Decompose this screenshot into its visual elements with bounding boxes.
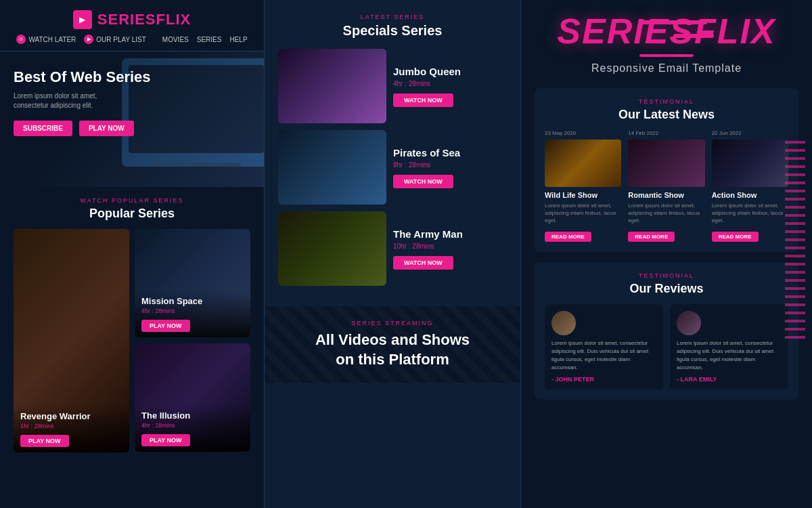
series-title-revenge: Revenge Warrior [20, 411, 122, 421]
john-reviewer-name: - JOHN PETER [551, 376, 656, 383]
card-overlay: Revenge Warrior 1hr : 28mins PLAY NOW [14, 406, 129, 452]
right-subtitle: Responsive Email Template [535, 62, 798, 75]
watch-army-man-button[interactable]: WATCH NOW [393, 256, 453, 270]
pirates-of-sea-thumbnail [278, 130, 386, 205]
main-layout: ▶ SERIESFLIX ⊙ WATCH LATER ▶ OUR PLAY LI… [0, 0, 812, 508]
romantic-desc: Lorem ipsum dolor sit amet, adipiscing e… [628, 202, 704, 225]
hero-section: Best Of Web Series Lorem ipsum dolor sit… [0, 51, 264, 187]
popular-label: WATCH POPULAR SERIES [14, 197, 250, 204]
army-man-duration: 10hr : 28mins [393, 242, 507, 250]
nav-bar: ⊙ WATCH LATER ▶ OUR PLAY LIST MOVIES SER… [16, 35, 247, 44]
deco-pink-bar-2 [673, 34, 714, 38]
wildlife-desc: Lorem ipsum dolor sit amet, adipiscing e… [545, 202, 621, 225]
read-more-wildlife-button[interactable]: READ MORE [545, 232, 591, 242]
right-divider [639, 54, 694, 57]
army-man-title: The Army Man [393, 228, 507, 240]
jumbo-queen-info: Jumbo Queen 4hr : 28mins WATCH NOW [393, 66, 507, 107]
romantic-date: 14 Feb 2022 [628, 130, 704, 136]
series-duration-mission: 4hr : 28mins [141, 308, 244, 314]
review-card-john: Lorem ipsum dolor sit amet, consectetur … [545, 304, 663, 389]
pirates-of-sea-title: Pirates of Sea [393, 147, 507, 158]
play-revenge-button[interactable]: PLAY NOW [20, 435, 69, 447]
romantic-title: Romantic Show [628, 191, 704, 199]
action-image [712, 140, 788, 187]
series-grid: Revenge Warrior 1hr : 28mins PLAY NOW Mi… [14, 229, 250, 452]
review-card-lara: Lorem ipsum dolor sit amet, consectetur … [670, 304, 788, 389]
nav-movies[interactable]: MOVIES [162, 36, 189, 43]
read-more-action-button[interactable]: READ MORE [712, 232, 759, 242]
hero-content: Best Of Web Series Lorem ipsum dolor sit… [14, 68, 250, 136]
logo-part2: FLIX [156, 11, 191, 28]
reviews-grid: Lorem ipsum dolor sit amet, consectetur … [545, 304, 788, 389]
jumbo-queen-title: Jumbo Queen [393, 66, 507, 77]
logo-part1: SERIES [97, 11, 156, 28]
specials-section: LATEST SERIES Specials Series Jumbo Quee… [265, 0, 520, 306]
news-grid: 23 May 2020 Wild Life Show Lorem ipsum d… [545, 130, 788, 242]
watch-pirates-button[interactable]: WATCH NOW [393, 175, 453, 188]
wildlife-date: 23 May 2020 [545, 130, 621, 136]
nav-series[interactable]: SERIES [197, 36, 222, 43]
specials-title: Specials Series [278, 23, 507, 39]
streaming-section: SERIES STREAMING All Videos and Shows on… [265, 306, 520, 383]
wildlife-image [545, 140, 621, 187]
pirates-of-sea-duration: 8hr : 28mins [393, 161, 507, 169]
series-card-mission-space: Mission Space 4hr : 28mins PLAY NOW [135, 229, 250, 337]
jumbo-queen-duration: 4hr : 28mins [393, 80, 507, 87]
deco-pink-bar-1 [639, 20, 707, 24]
lara-review-text: Lorem ipsum dolor sit amet, consectetur … [677, 339, 782, 372]
news-section: TESTIMONIAL Our Latest News 23 May 2020 … [535, 88, 798, 252]
series-title-mission: Mission Space [141, 296, 244, 306]
watch-jumbo-queen-button[interactable]: WATCH NOW [393, 93, 453, 107]
john-avatar [551, 311, 576, 335]
read-more-romantic-button[interactable]: READ MORE [628, 232, 675, 242]
series-card-the-illusion: The Illusion 4hr : 28mins PLAY NOW [135, 343, 250, 452]
streaming-title: All Videos and Shows on this Platform [278, 331, 507, 369]
left-panel: ▶ SERIESFLIX ⊙ WATCH LATER ▶ OUR PLAY LI… [0, 0, 264, 508]
reviews-section: TESTIMONIAL Our Reviews Lorem ipsum dolo… [535, 262, 798, 400]
series-duration-revenge: 1hr : 28mins [20, 423, 122, 429]
logo-text: SERIESFLIX [97, 11, 191, 28]
card-overlay: Mission Space 4hr : 28mins PLAY NOW [135, 291, 250, 337]
news-title: Our Latest News [545, 108, 788, 122]
header: ▶ SERIESFLIX ⊙ WATCH LATER ▶ OUR PLAY LI… [0, 0, 264, 51]
news-label: TESTIMONIAL [545, 98, 788, 105]
news-card-action: 22 Jun 2022 Action Show Lorem ipsum dolo… [712, 130, 788, 242]
romantic-image [628, 140, 704, 187]
middle-panel: LATEST SERIES Specials Series Jumbo Quee… [264, 0, 521, 508]
popular-title: Popular Series [14, 207, 250, 221]
news-card-wildlife: 23 May 2020 Wild Life Show Lorem ipsum d… [545, 130, 621, 242]
pirates-of-sea-info: Pirates of Sea 8hr : 28mins WATCH NOW [393, 147, 507, 188]
special-item-jumbo-queen: Jumbo Queen 4hr : 28mins WATCH NOW [278, 49, 507, 123]
right-brand-title: SERIESFLIX [535, 14, 798, 49]
play-illusion-button[interactable]: PLAY NOW [141, 434, 190, 446]
card-overlay: The Illusion 4hr : 28mins PLAY NOW [135, 405, 250, 452]
nav-help[interactable]: HELP [229, 36, 247, 43]
series-card-revenge-warrior: Revenge Warrior 1hr : 28mins PLAY NOW [14, 229, 129, 452]
nav-playlist[interactable]: ▶ OUR PLAY LIST [84, 35, 146, 44]
action-date: 22 Jun 2022 [712, 130, 788, 136]
logo-icon: ▶ [73, 10, 92, 29]
playlist-icon: ▶ [84, 35, 93, 44]
popular-section: WATCH POPULAR SERIES Popular Series Reve… [0, 187, 264, 463]
john-review-text: Lorem ipsum dolor sit amet, consectetur … [551, 339, 656, 372]
watch-later-icon: ⊙ [16, 35, 26, 44]
action-desc: Lorem ipsum dolor sit amet, adipiscing e… [712, 202, 788, 225]
hero-description: Lorem ipsum dolor sit amet, consectetur … [14, 91, 122, 110]
play-mission-button[interactable]: PLAY NOW [141, 320, 190, 332]
logo: ▶ SERIESFLIX [73, 10, 191, 29]
action-title: Action Show [712, 191, 788, 199]
specials-label: LATEST SERIES [278, 14, 507, 20]
special-item-pirates-of-sea: Pirates of Sea 8hr : 28mins WATCH NOW [278, 130, 507, 205]
right-panel: SERIESFLIX Responsive Email Template TES… [521, 0, 812, 508]
wildlife-title: Wild Life Show [545, 191, 621, 199]
army-man-info: The Army Man 10hr : 28mins WATCH NOW [393, 228, 507, 270]
nav-watch-later[interactable]: ⊙ WATCH LATER [16, 35, 76, 44]
lara-reviewer-name: - LARA EMILY [677, 376, 782, 383]
lara-avatar [677, 311, 701, 335]
army-man-thumbnail [278, 211, 386, 286]
play-now-button[interactable]: PLAY NOW [79, 121, 134, 136]
special-item-army-man: The Army Man 10hr : 28mins WATCH NOW [278, 211, 507, 286]
series-title-illusion: The Illusion [141, 410, 244, 421]
reviews-title: Our Reviews [545, 282, 788, 296]
subscribe-button[interactable]: SUBSCRIBE [14, 121, 72, 136]
